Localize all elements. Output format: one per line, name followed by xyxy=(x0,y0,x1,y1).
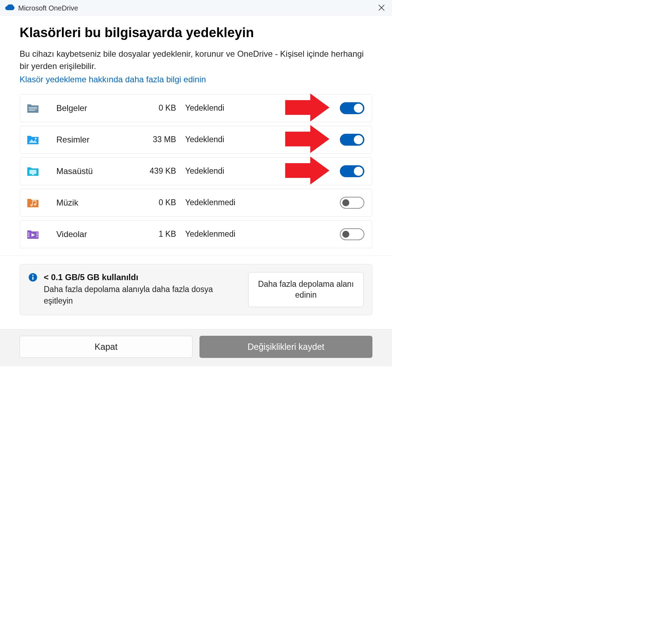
backup-toggle[interactable] xyxy=(340,102,364,114)
folder-size: 1 KB xyxy=(131,229,176,239)
videos-folder-icon xyxy=(26,229,43,240)
page-heading: Klasörleri bu bilgisayarda yedekleyin xyxy=(20,25,372,40)
folder-status: Yedeklendi xyxy=(176,103,340,113)
pictures-folder-icon xyxy=(26,134,43,145)
folder-size: 33 MB xyxy=(131,135,176,144)
dialog-footer: Kapat Değişiklikleri kaydet xyxy=(0,329,392,366)
learn-more-link[interactable]: Klasör yedekleme hakkında daha fazla bil… xyxy=(20,75,206,84)
folder-status: Yedeklendi xyxy=(176,135,340,144)
titlebar-left: Microsoft OneDrive xyxy=(5,4,78,12)
folder-status: Yedeklendi xyxy=(176,166,340,176)
folder-size: 0 KB xyxy=(131,103,176,113)
folder-list: Belgeler 0 KB Yedeklendi Resimler 33 MB … xyxy=(20,94,372,248)
folder-status: Yedeklenmedi xyxy=(176,229,340,239)
close-icon xyxy=(378,4,385,11)
window-titlebar: Microsoft OneDrive xyxy=(0,0,392,16)
storage-usage-subtitle: Daha fazla depolama alanıyla daha fazla … xyxy=(44,284,242,306)
storage-text: < 0.1 GB/5 GB kullanıldı Daha fazla depo… xyxy=(44,272,242,306)
window-title: Microsoft OneDrive xyxy=(18,4,78,12)
folder-size: 0 KB xyxy=(131,198,176,207)
desktop-folder-icon xyxy=(26,166,43,176)
backup-toggle[interactable] xyxy=(340,197,364,209)
svg-rect-3 xyxy=(32,277,33,280)
documents-folder-icon xyxy=(26,103,43,113)
info-icon xyxy=(28,273,37,283)
backup-toggle[interactable] xyxy=(340,134,364,146)
folder-row: Videolar 1 KB Yedeklenmedi xyxy=(20,220,372,248)
section-divider xyxy=(0,255,392,256)
folder-row: Resimler 33 MB Yedeklendi xyxy=(20,126,372,154)
folder-name: Videolar xyxy=(43,229,131,239)
folder-status: Yedeklenmedi xyxy=(176,198,340,207)
music-folder-icon xyxy=(26,197,43,208)
close-dialog-button[interactable]: Kapat xyxy=(20,336,192,358)
page-subtitle: Bu cihazı kaybetseniz bile dosyalar yede… xyxy=(20,48,372,72)
main-content: Klasörleri bu bilgisayarda yedekleyin Bu… xyxy=(0,16,392,315)
close-button[interactable] xyxy=(376,3,387,14)
save-changes-button[interactable]: Değişiklikleri kaydet xyxy=(200,336,372,358)
onedrive-cloud-icon xyxy=(5,4,15,12)
folder-size: 439 KB xyxy=(131,166,176,176)
svg-point-4 xyxy=(32,275,34,276)
backup-toggle[interactable] xyxy=(340,165,364,177)
folder-name: Müzik xyxy=(43,198,131,208)
folder-row: Belgeler 0 KB Yedeklendi xyxy=(20,94,372,122)
storage-usage-title: < 0.1 GB/5 GB kullanıldı xyxy=(44,272,242,282)
folder-name: Belgeler xyxy=(43,103,131,113)
folder-row: Masaüstü 439 KB Yedeklendi xyxy=(20,157,372,185)
storage-info-panel: < 0.1 GB/5 GB kullanıldı Daha fazla depo… xyxy=(20,264,372,315)
folder-name: Resimler xyxy=(43,135,131,145)
get-more-storage-button[interactable]: Daha fazla depolama alanı edinin xyxy=(248,272,364,307)
backup-toggle[interactable] xyxy=(340,228,364,240)
folder-row: Müzik 0 KB Yedeklenmedi xyxy=(20,189,372,217)
folder-name: Masaüstü xyxy=(43,166,131,176)
